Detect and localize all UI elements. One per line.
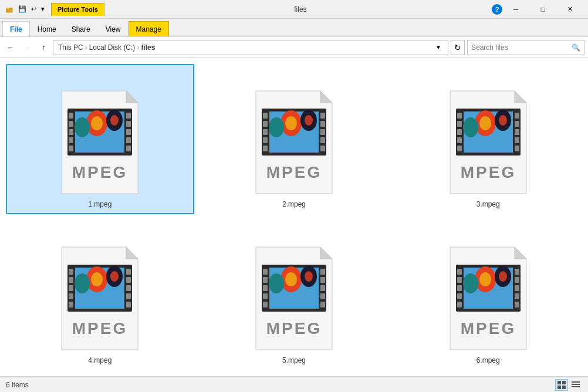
svg-text:MPEG: MPEG (266, 319, 322, 337)
svg-rect-124 (562, 386, 566, 389)
svg-rect-126 (572, 384, 580, 385)
quick-access-undo[interactable]: ↩ (29, 5, 38, 13)
svg-point-87 (269, 273, 284, 293)
svg-rect-12 (69, 129, 73, 135)
svg-rect-99 (320, 302, 325, 307)
tab-home[interactable]: Home (30, 21, 64, 36)
search-box: 🔍 (467, 40, 584, 55)
tab-share[interactable]: Share (64, 21, 98, 36)
svg-rect-59 (515, 146, 519, 151)
quick-access-dropdown[interactable]: ▾ (39, 5, 46, 13)
file-item-4[interactable]: MPEG4.mpeg (6, 220, 194, 370)
svg-rect-122 (562, 381, 566, 384)
svg-point-66 (91, 272, 103, 286)
file-item-5[interactable]: MPEG5.mpeg (200, 220, 388, 370)
svg-point-67 (75, 273, 90, 293)
svg-rect-119 (515, 302, 519, 307)
svg-rect-74 (69, 302, 73, 307)
svg-text:MPEG: MPEG (460, 163, 515, 181)
svg-rect-51 (457, 121, 462, 127)
svg-rect-95 (320, 269, 325, 275)
svg-marker-2 (126, 91, 138, 103)
svg-rect-14 (69, 146, 73, 151)
svg-rect-93 (263, 293, 268, 299)
file-item-3[interactable]: MPEG3.mpeg (394, 64, 582, 214)
file-icon-6: MPEG (441, 242, 535, 354)
svg-rect-78 (126, 293, 131, 299)
svg-point-26 (285, 116, 297, 130)
view-large-icons-button[interactable] (555, 379, 568, 391)
svg-marker-22 (320, 91, 332, 103)
svg-rect-97 (320, 285, 325, 291)
address-dropdown-icon[interactable]: ▼ (434, 40, 443, 55)
svg-rect-127 (572, 386, 580, 387)
tab-view[interactable]: View (98, 21, 129, 36)
window-icon (5, 5, 14, 14)
help-button[interactable]: ? (492, 4, 502, 15)
address-bar: ← → ↑ This PC › Local Disk (C:) › files … (0, 37, 588, 58)
svg-marker-42 (515, 91, 526, 103)
breadcrumb-files: files (141, 43, 155, 52)
file-label-1: 1.mpeg (88, 200, 111, 208)
file-icon-5: MPEG (247, 242, 341, 354)
svg-point-27 (269, 117, 284, 137)
title-controls: ? ─ □ ✕ (488, 0, 583, 19)
breadcrumb-thispc: This PC (58, 43, 83, 52)
status-count: 6 items (6, 381, 29, 389)
svg-rect-52 (457, 129, 462, 135)
ribbon-tabs: File Home Share View Manage (0, 19, 588, 36)
svg-rect-116 (515, 277, 519, 283)
svg-rect-15 (126, 113, 131, 119)
svg-rect-57 (515, 129, 519, 135)
quick-access-btn[interactable]: 💾 (16, 5, 28, 13)
address-input[interactable]: This PC › Local Disk (C:) › files ▼ (53, 40, 448, 55)
svg-point-86 (285, 272, 297, 286)
svg-rect-54 (457, 146, 462, 151)
svg-rect-79 (126, 302, 131, 307)
svg-rect-31 (263, 121, 268, 127)
svg-rect-39 (320, 146, 325, 151)
view-details-button[interactable] (569, 379, 582, 391)
svg-rect-55 (515, 113, 519, 119)
file-item-2[interactable]: MPEG2.mpeg (200, 64, 388, 214)
up-button[interactable]: ↑ (36, 40, 50, 55)
tab-file[interactable]: File (2, 21, 30, 36)
svg-rect-123 (557, 386, 561, 389)
close-button[interactable]: ✕ (556, 0, 583, 19)
forward-button[interactable]: → (20, 40, 34, 55)
svg-rect-117 (515, 285, 519, 291)
svg-rect-36 (320, 121, 325, 127)
svg-rect-34 (263, 146, 268, 151)
svg-point-109 (499, 271, 507, 282)
svg-point-29 (305, 115, 313, 126)
file-label-2: 2.mpeg (282, 200, 306, 208)
search-input[interactable] (471, 43, 571, 52)
tab-manage[interactable]: Manage (129, 21, 169, 36)
svg-rect-56 (515, 121, 519, 127)
svg-rect-35 (320, 113, 325, 119)
svg-rect-50 (457, 113, 462, 119)
minimize-button[interactable]: ─ (502, 0, 529, 19)
breadcrumb-localdisk: Local Disk (C:) (89, 43, 136, 52)
window-title: files (294, 5, 306, 13)
svg-rect-13 (69, 137, 73, 143)
svg-rect-98 (320, 293, 325, 299)
file-icon-3: MPEG (441, 86, 535, 198)
search-icon[interactable]: 🔍 (571, 43, 580, 52)
svg-point-46 (479, 116, 491, 130)
title-bar: 💾 ↩ ▾ Picture Tools files ? ─ □ ✕ (0, 0, 588, 19)
svg-rect-53 (457, 137, 462, 143)
refresh-button[interactable]: ↻ (451, 40, 465, 55)
maximize-button[interactable]: □ (529, 0, 556, 19)
svg-rect-92 (263, 285, 268, 291)
ribbon: File Home Share View Manage (0, 19, 588, 37)
file-label-3: 3.mpeg (477, 200, 500, 208)
back-button[interactable]: ← (4, 40, 18, 55)
svg-rect-18 (126, 137, 131, 143)
svg-rect-19 (126, 146, 131, 151)
svg-rect-32 (263, 129, 268, 135)
file-item-6[interactable]: MPEG6.mpeg (394, 220, 582, 370)
file-item-1[interactable]: MPEG1.mpeg (6, 64, 194, 214)
svg-rect-10 (69, 113, 73, 119)
svg-marker-62 (126, 247, 138, 259)
